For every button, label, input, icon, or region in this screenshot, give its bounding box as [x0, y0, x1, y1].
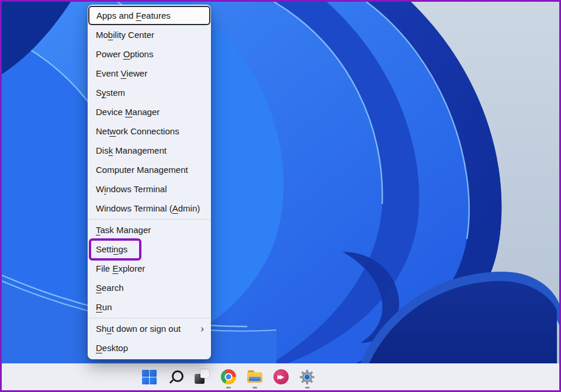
menu-item-label: Mobility Center [96, 30, 154, 40]
menu-item-computer-management[interactable]: Computer Management [88, 160, 211, 179]
menu-item-run[interactable]: Run [88, 297, 211, 317]
screenshot-frame: Apps and FeaturesMobility CenterPower Op… [0, 0, 561, 392]
menu-item-label: Disk Management [96, 145, 167, 155]
chrome-center-dot [226, 374, 231, 380]
menu-item-label: Windows Terminal [96, 184, 167, 194]
folder-front-panel [249, 377, 261, 381]
search-handle [169, 379, 174, 384]
task-view-back-pane [200, 369, 209, 378]
menu-item-label: Apps and Features [96, 11, 171, 20]
submenu-chevron-icon: › [200, 319, 204, 338]
menu-item-windows-terminal-admin[interactable]: Windows Terminal (Admin) [88, 199, 211, 218]
taskbar-button-chrome[interactable] [215, 363, 241, 390]
menu-item-network-connections[interactable]: Network Connections [88, 122, 211, 141]
menu-item-label: Task Manager [96, 225, 151, 235]
menu-separator-line [88, 318, 210, 318]
pink-app-icon: ▶▶ [273, 369, 289, 384]
menu-item-task-manager[interactable]: Task Manager [88, 220, 211, 240]
search-icon [168, 369, 183, 384]
menu-item-label: Device Manager [96, 107, 160, 117]
menu-item-event-viewer[interactable]: Event Viewer [88, 64, 211, 83]
menu-item-label: File Explorer [96, 263, 145, 273]
taskbar-button-task-view[interactable] [189, 363, 215, 390]
menu-item-label: Desktop [96, 343, 128, 353]
chrome-icon [221, 369, 236, 384]
windows-logo-pane [150, 377, 157, 384]
menu-item-settings[interactable]: Settings [88, 240, 211, 259]
desktop-wallpaper [2, 2, 559, 390]
menu-item-label: Event Viewer [96, 68, 147, 78]
file-explorer-icon [247, 370, 263, 384]
menu-item-power-options[interactable]: Power Options [88, 44, 211, 64]
menu-item-device-manager[interactable]: Device Manager [88, 102, 211, 122]
taskbar: ▶▶ [2, 363, 559, 390]
taskbar-button-file-explorer[interactable] [241, 363, 268, 390]
menu-item-mobility-center[interactable]: Mobility Center [88, 25, 211, 44]
menu-item-desktop[interactable]: Desktop [88, 338, 211, 358]
menu-item-shut-down-or-sign-out[interactable]: Shut down or sign out› [88, 319, 211, 338]
menu-item-apps-and-features[interactable]: Apps and Features [88, 6, 210, 25]
running-indicator [305, 387, 310, 388]
windows-start-icon [142, 370, 157, 384]
menu-item-search[interactable]: Search [88, 278, 211, 297]
menu-item-system[interactable]: System [88, 83, 211, 102]
taskbar-button-settings[interactable] [294, 363, 320, 390]
taskbar-icon-row: ▶▶ [136, 363, 320, 390]
menu-item-label: Run [96, 302, 112, 312]
windows-logo-pane [142, 377, 149, 384]
menu-item-label: Search [96, 283, 124, 293]
windows-logo-pane [142, 370, 149, 377]
menu-item-disk-management[interactable]: Disk Management [88, 141, 211, 160]
menu-item-label: Network Connections [96, 126, 179, 136]
taskbar-button-search[interactable] [162, 363, 189, 390]
task-view-icon [195, 369, 210, 384]
menu-item-file-explorer[interactable]: File Explorer [88, 259, 211, 278]
taskbar-button-windows-start[interactable] [136, 363, 162, 390]
winx-context-menu: Apps and FeaturesMobility CenterPower Op… [88, 5, 211, 359]
menu-item-label: Power Options [96, 49, 153, 59]
menu-item-label: Settings [96, 244, 127, 254]
menu-item-label: Windows Terminal (Admin) [96, 203, 200, 213]
menu-item-label: Computer Management [96, 165, 188, 175]
menu-item-label: System [96, 88, 125, 98]
running-indicator [252, 387, 257, 388]
running-indicator [226, 387, 231, 388]
menu-item-label: Shut down or sign out [96, 324, 181, 334]
menu-item-windows-terminal[interactable]: Windows Terminal [88, 179, 211, 199]
settings-gear-icon [299, 369, 315, 385]
windows-logo-pane [150, 370, 157, 377]
taskbar-button-pink-app[interactable]: ▶▶ [268, 363, 294, 390]
menu-separator-line [88, 219, 210, 220]
